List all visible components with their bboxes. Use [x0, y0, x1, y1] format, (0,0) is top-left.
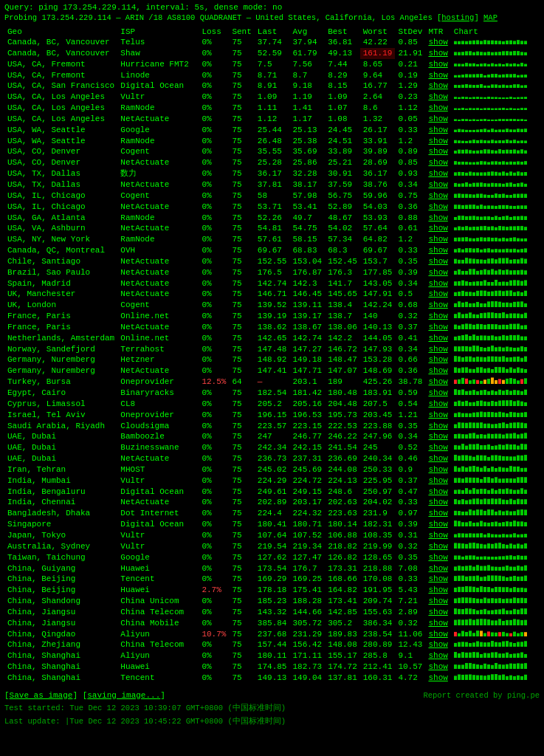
cell-mtr[interactable]: show: [425, 114, 450, 125]
cell-mtr[interactable]: show: [425, 563, 450, 574]
cell-mtr[interactable]: show: [425, 650, 450, 662]
cell-mtr[interactable]: show: [425, 552, 450, 563]
svg-rect-167: [480, 129, 483, 132]
svg-rect-724: [469, 433, 472, 439]
svg-rect-510: [491, 312, 494, 318]
cell-mtr[interactable]: show: [425, 190, 450, 202]
cell-mtr[interactable]: show: [425, 596, 450, 607]
cell-mtr[interactable]: show: [425, 410, 450, 421]
cell-mtr[interactable]: show: [425, 354, 450, 365]
svg-rect-163: [465, 130, 468, 132]
svg-rect-974: [506, 566, 509, 571]
cell-mtr[interactable]: show: [425, 256, 450, 267]
hosting-link[interactable]: hosting: [441, 13, 474, 22]
cell-mtr[interactable]: show: [425, 377, 450, 388]
cell-mtr[interactable]: show: [425, 519, 450, 530]
save-image-link[interactable]: Save as image: [10, 691, 73, 700]
cell-sent: 75: [229, 421, 254, 432]
svg-rect-393: [502, 249, 505, 252]
footer-links: [Save as image] [saving image...]: [4, 691, 165, 700]
svg-rect-583: [465, 357, 468, 362]
svg-rect-205: [472, 151, 475, 154]
cell-mtr[interactable]: show: [425, 388, 450, 399]
cell-best: 241.54: [325, 442, 360, 453]
svg-rect-631: [495, 380, 497, 384]
cell-mtr[interactable]: show: [425, 213, 450, 224]
svg-rect-330: [491, 216, 494, 219]
cell-mtr[interactable]: show: [425, 202, 450, 213]
cell-mtr[interactable]: show: [425, 639, 450, 650]
cell-last: 178.18: [255, 585, 290, 596]
chart-svg: [454, 421, 535, 428]
cell-chart: [451, 650, 540, 662]
cell-stdev: 11.06: [395, 629, 425, 640]
cell-mtr[interactable]: show: [425, 92, 450, 103]
cell-mtr[interactable]: show: [425, 530, 450, 541]
cell-mtr[interactable]: show: [425, 48, 450, 59]
cell-mtr[interactable]: show: [425, 607, 450, 618]
cell-mtr[interactable]: show: [425, 223, 450, 234]
cell-avg: 7.56: [289, 59, 325, 70]
cell-mtr[interactable]: show: [425, 487, 450, 498]
cell-mtr[interactable]: show: [425, 464, 450, 475]
svg-rect-941: [458, 555, 461, 560]
cell-mtr[interactable]: show: [425, 365, 450, 377]
svg-rect-32: [498, 52, 501, 55]
cell-mtr[interactable]: show: [425, 629, 450, 640]
cell-loss: 0%: [199, 453, 229, 464]
cell-mtr[interactable]: show: [425, 125, 450, 136]
cell-loss: 0%: [199, 289, 229, 300]
cell-mtr[interactable]: show: [425, 673, 450, 684]
cell-mtr[interactable]: show: [425, 70, 450, 81]
map-link[interactable]: MAP: [483, 13, 497, 22]
chart-svg: [454, 399, 535, 406]
cell-mtr[interactable]: show: [425, 399, 450, 410]
svg-rect-108: [483, 97, 486, 99]
table-row: Japan, TokyoVultr0%75107.64107.52106.881…: [4, 530, 540, 541]
cell-sent: 75: [229, 541, 254, 552]
cell-mtr[interactable]: show: [425, 289, 450, 300]
cell-mtr[interactable]: show: [425, 179, 450, 190]
cell-mtr[interactable]: show: [425, 267, 450, 278]
cell-mtr[interactable]: show: [425, 168, 450, 179]
svg-rect-164: [469, 130, 472, 132]
cell-mtr[interactable]: show: [425, 157, 450, 168]
cell-mtr[interactable]: show: [425, 344, 450, 355]
cell-mtr[interactable]: show: [425, 278, 450, 289]
cell-mtr[interactable]: show: [425, 136, 450, 147]
cell-mtr[interactable]: show: [425, 245, 450, 256]
cell-mtr[interactable]: show: [425, 234, 450, 245]
svg-rect-170: [491, 128, 494, 132]
cell-mtr[interactable]: show: [425, 585, 450, 596]
cell-mtr[interactable]: show: [425, 662, 450, 673]
cell-mtr[interactable]: show: [425, 103, 450, 114]
cell-mtr[interactable]: show: [425, 541, 450, 552]
table-row: Netherlands, AmsterdamOnline.net0%75142.…: [4, 333, 540, 344]
cell-mtr[interactable]: show: [425, 322, 450, 333]
svg-rect-497: [517, 302, 520, 307]
svg-rect-810: [491, 478, 494, 483]
cell-mtr[interactable]: show: [425, 421, 450, 432]
cell-mtr[interactable]: show: [425, 508, 450, 519]
svg-rect-1069: [487, 619, 490, 625]
cell-mtr[interactable]: show: [425, 618, 450, 629]
cell-mtr[interactable]: show: [425, 59, 450, 70]
cell-mtr[interactable]: show: [425, 311, 450, 322]
cell-mtr[interactable]: show: [425, 333, 450, 344]
cell-loss: 0%: [199, 59, 229, 70]
cell-loss: 2.7%: [199, 585, 229, 596]
cell-mtr[interactable]: show: [425, 497, 450, 508]
cell-mtr[interactable]: show: [425, 300, 450, 311]
svg-rect-552: [498, 336, 501, 340]
cell-stdev: 0.39: [395, 267, 425, 278]
cell-mtr[interactable]: show: [425, 453, 450, 464]
cell-mtr[interactable]: show: [425, 37, 450, 48]
svg-rect-95: [509, 86, 512, 89]
cell-mtr[interactable]: show: [425, 442, 450, 453]
cell-mtr[interactable]: show: [425, 80, 450, 92]
cell-mtr[interactable]: show: [425, 146, 450, 157]
cell-isp: 数力: [117, 168, 199, 179]
cell-mtr[interactable]: show: [425, 431, 450, 442]
cell-mtr[interactable]: show: [425, 574, 450, 585]
cell-mtr[interactable]: show: [425, 475, 450, 487]
